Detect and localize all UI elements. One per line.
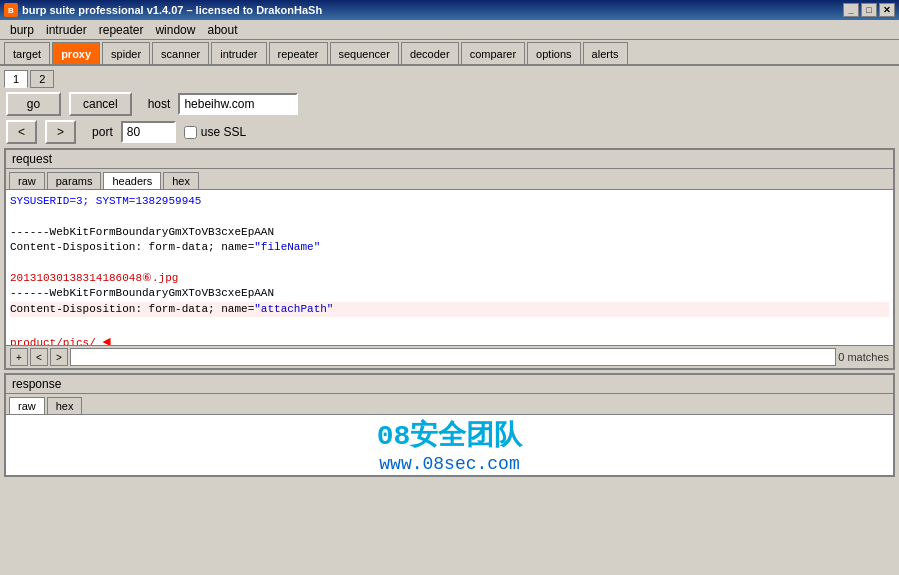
request-line-6: 20131030138314186048⑥.jpg bbox=[10, 271, 889, 286]
search-plus-button[interactable]: + bbox=[10, 348, 28, 366]
main-tab-bar: target proxy spider scanner intruder rep… bbox=[0, 40, 899, 66]
request-line-2 bbox=[10, 209, 889, 224]
menu-item-repeater[interactable]: repeater bbox=[93, 21, 150, 39]
request-text-area[interactable]: SYSUSERID=3; SYSTM=1382959945 ------WebK… bbox=[6, 190, 893, 345]
tab-alerts[interactable]: alerts bbox=[583, 42, 628, 64]
response-section: response raw hex 08安全团队 www.08sec.com bbox=[4, 373, 895, 477]
sub-tab-2[interactable]: 2 bbox=[30, 70, 54, 88]
use-ssl-row: use SSL bbox=[184, 125, 246, 139]
req-tab-hex[interactable]: hex bbox=[163, 172, 199, 189]
go-button[interactable]: go bbox=[6, 92, 61, 116]
tab-spider[interactable]: spider bbox=[102, 42, 150, 64]
response-section-title: response bbox=[6, 375, 893, 394]
tab-proxy[interactable]: proxy bbox=[52, 42, 100, 64]
request-line-4: Content-Disposition: form-data; name="fi… bbox=[10, 240, 889, 255]
request-line-1: SYSUSERID=3; SYSTM=1382959945 bbox=[10, 194, 889, 209]
request-section-title: request bbox=[6, 150, 893, 169]
host-input[interactable] bbox=[178, 93, 298, 115]
app-icon: B bbox=[4, 3, 18, 17]
tab-comparer[interactable]: comparer bbox=[461, 42, 525, 64]
close-button[interactable]: ✕ bbox=[879, 3, 895, 17]
red-arrow-icon: ◄ bbox=[102, 333, 110, 345]
req-tab-headers[interactable]: headers bbox=[103, 172, 161, 189]
match-count: 0 matches bbox=[838, 351, 889, 363]
response-tab-bar: raw hex bbox=[6, 394, 893, 415]
search-back-button[interactable]: < bbox=[30, 348, 48, 366]
cancel-button[interactable]: cancel bbox=[69, 92, 132, 116]
menu-item-burp[interactable]: burp bbox=[4, 21, 40, 39]
search-bar: + < > 0 matches bbox=[6, 345, 893, 368]
sub-tab-1[interactable]: 1 bbox=[4, 70, 28, 88]
use-ssl-checkbox[interactable] bbox=[184, 126, 197, 139]
port-label: port bbox=[92, 125, 113, 139]
request-line-7: ------WebKitFormBoundaryGmXToVB3cxeEpAAN bbox=[10, 286, 889, 301]
minimize-button[interactable]: _ bbox=[843, 3, 859, 17]
window-title: burp suite professional v1.4.07 – licens… bbox=[22, 4, 322, 16]
back-button[interactable]: < bbox=[6, 120, 37, 144]
tab-scanner[interactable]: scanner bbox=[152, 42, 209, 64]
request-line-10: product/pics/ ◄ bbox=[10, 333, 889, 345]
window-controls: _ □ ✕ bbox=[843, 3, 895, 17]
watermark-line2: www.08sec.com bbox=[379, 454, 519, 474]
tab-repeater[interactable]: repeater bbox=[269, 42, 328, 64]
resp-tab-hex[interactable]: hex bbox=[47, 397, 83, 414]
response-content: raw hex 08安全团队 www.08sec.com bbox=[6, 394, 893, 475]
maximize-button[interactable]: □ bbox=[861, 3, 877, 17]
tab-options[interactable]: options bbox=[527, 42, 580, 64]
menu-item-window[interactable]: window bbox=[149, 21, 201, 39]
request-line-3: ------WebKitFormBoundaryGmXToVB3cxeEpAAN bbox=[10, 225, 889, 240]
request-line-9 bbox=[10, 317, 889, 332]
tab-target[interactable]: target bbox=[4, 42, 50, 64]
menu-item-intruder[interactable]: intruder bbox=[40, 21, 93, 39]
tab-sequencer[interactable]: sequencer bbox=[330, 42, 399, 64]
forward-button[interactable]: > bbox=[45, 120, 76, 144]
req-tab-params[interactable]: params bbox=[47, 172, 102, 189]
tab-intruder[interactable]: intruder bbox=[211, 42, 266, 64]
port-input[interactable] bbox=[121, 121, 176, 143]
menu-bar: burp intruder repeater window about bbox=[0, 20, 899, 40]
use-ssl-label: use SSL bbox=[201, 125, 246, 139]
request-section: request raw params headers hex SYSUSERID… bbox=[4, 148, 895, 370]
request-line-5 bbox=[10, 256, 889, 271]
host-label: host bbox=[148, 97, 171, 111]
search-forward-button[interactable]: > bbox=[50, 348, 68, 366]
resp-tab-raw[interactable]: raw bbox=[9, 397, 45, 414]
request-line-8: Content-Disposition: form-data; name="at… bbox=[10, 302, 889, 317]
response-text-area: 08安全团队 www.08sec.com bbox=[6, 415, 893, 475]
request-tab-bar: raw params headers hex bbox=[6, 169, 893, 190]
controls-block: go cancel host < > port use SSL bbox=[0, 88, 899, 148]
search-input[interactable] bbox=[70, 348, 836, 366]
tab-decoder[interactable]: decoder bbox=[401, 42, 459, 64]
title-bar: B burp suite professional v1.4.07 – lice… bbox=[0, 0, 899, 20]
watermark-line1: 08安全团队 bbox=[377, 416, 523, 454]
req-tab-raw[interactable]: raw bbox=[9, 172, 45, 189]
menu-item-about[interactable]: about bbox=[201, 21, 243, 39]
request-content: raw params headers hex SYSUSERID=3; SYST… bbox=[6, 169, 893, 368]
